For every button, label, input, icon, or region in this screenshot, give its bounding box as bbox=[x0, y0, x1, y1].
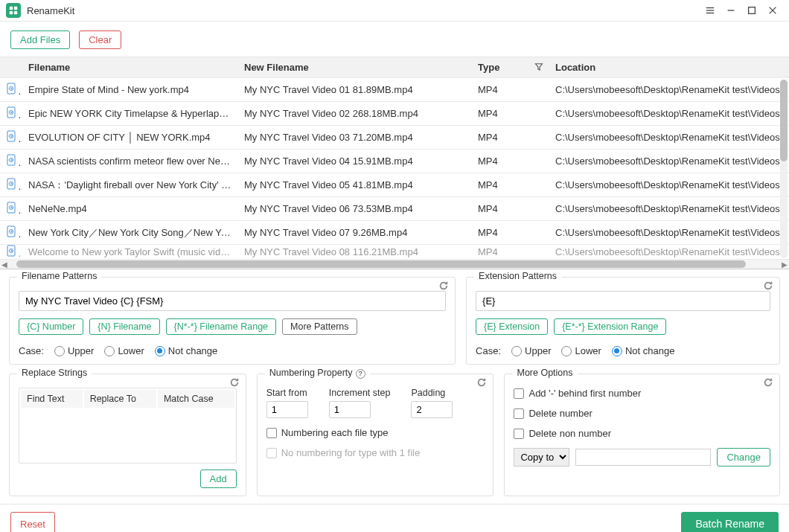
pad-label: Padding bbox=[411, 388, 453, 398]
table-row[interactable]: Welcome to New york Taylor Swift (music … bbox=[0, 245, 789, 260]
table-row[interactable]: New York City／New York City Song／New Yor… bbox=[0, 221, 789, 245]
cell-filename: NASA：'Daylight fireball over New York Ci… bbox=[22, 173, 238, 197]
ext-radio-upper[interactable]: Upper bbox=[511, 345, 551, 356]
cell-location: C:\Users\mobeesoft\Desktop\RenameKit tes… bbox=[549, 102, 789, 126]
cell-filename: Epic NEW YORK City Timelapse & Hyperlaps… bbox=[22, 102, 238, 126]
svg-rect-3 bbox=[14, 11, 17, 14]
case-label: Case: bbox=[476, 345, 501, 356]
panel-replace-strings: Replace Strings Find Text Replace To Mat… bbox=[9, 374, 246, 496]
cell-newfilename: My NYC Travel Video 06 73.53MB.mp4 bbox=[238, 197, 472, 221]
chip-n-filename[interactable]: {N} Filename bbox=[89, 318, 159, 335]
cell-location: C:\Users\mobeesoft\Desktop\RenameKit tes… bbox=[549, 126, 789, 150]
copy-to-path[interactable] bbox=[575, 449, 711, 466]
main-toolbar: Add Files Clear bbox=[0, 22, 789, 57]
check-delete-non-number[interactable] bbox=[514, 429, 524, 439]
titlebar: RenameKit bbox=[0, 0, 789, 22]
file-icon bbox=[0, 102, 22, 126]
chip-extension-range[interactable]: {E*-*} Extension Range bbox=[554, 318, 666, 335]
start-label: Start from bbox=[266, 388, 308, 398]
cell-filename: NeNeNe.mp4 bbox=[22, 197, 238, 221]
file-table: Filename New Filename Type Location Empi… bbox=[0, 57, 789, 260]
check-no-num-single bbox=[266, 448, 277, 458]
table-row[interactable]: NASA scientists confirm meteor flew over… bbox=[0, 150, 789, 173]
panel-filename-patterns: Filename Patterns {C} Number {N} Filenam… bbox=[9, 277, 456, 365]
radio-lower[interactable]: Lower bbox=[104, 345, 144, 356]
panel-title: Extension Patterns bbox=[474, 271, 561, 281]
table-row[interactable]: NeNeNe.mp4My NYC Travel Video 06 73.53MB… bbox=[0, 197, 789, 221]
clear-button[interactable]: Clear bbox=[79, 31, 121, 49]
close-button[interactable] bbox=[762, 0, 783, 21]
cell-newfilename: My NYC Travel Video 04 15.91MB.mp4 bbox=[238, 150, 472, 173]
case-label: Case: bbox=[19, 345, 44, 356]
svg-rect-1 bbox=[14, 7, 17, 10]
cell-newfilename: My NYC Travel Video 02 268.18MB.mp4 bbox=[238, 102, 472, 126]
step-label: Increment step bbox=[329, 388, 391, 398]
col-location[interactable]: Location bbox=[549, 57, 789, 78]
menu-icon[interactable] bbox=[700, 0, 721, 21]
table-row[interactable]: EVOLUTION OF CITY │ NEW YORK.mp4My NYC T… bbox=[0, 126, 789, 150]
panel-title: More Options bbox=[512, 368, 577, 378]
pad-input[interactable] bbox=[411, 401, 453, 418]
col-icon bbox=[0, 57, 22, 78]
table-row[interactable]: NASA：'Daylight fireball over New York Ci… bbox=[0, 173, 789, 197]
chip-c-number[interactable]: {C} Number bbox=[19, 318, 83, 335]
change-button[interactable]: Change bbox=[717, 448, 770, 467]
refresh-icon[interactable] bbox=[763, 377, 773, 390]
refresh-icon[interactable] bbox=[476, 377, 487, 390]
col-type[interactable]: Type bbox=[472, 57, 549, 78]
add-files-button[interactable]: Add Files bbox=[10, 31, 70, 49]
radio-upper[interactable]: Upper bbox=[54, 345, 94, 356]
add-replace-button[interactable]: Add bbox=[200, 469, 237, 488]
check-delete-number[interactable] bbox=[514, 408, 524, 419]
more-patterns-button[interactable]: More Patterns bbox=[282, 318, 357, 335]
check-add-dash[interactable] bbox=[514, 388, 524, 399]
scrollbar-vertical[interactable] bbox=[780, 80, 788, 258]
panel-extension-patterns: Extension Patterns {E} Extension {E*-*} … bbox=[466, 277, 780, 365]
table-row[interactable]: Empire State of Mind - New york.mp4My NY… bbox=[0, 78, 789, 102]
file-icon bbox=[0, 173, 22, 197]
table-row[interactable]: Epic NEW YORK City Timelapse & Hyperlaps… bbox=[0, 102, 789, 126]
file-icon bbox=[0, 78, 22, 102]
panel-title: Numbering Property? bbox=[265, 368, 370, 379]
radio-notchange[interactable]: Not change bbox=[155, 345, 218, 356]
panel-title: Filename Patterns bbox=[17, 271, 101, 281]
cell-filename: EVOLUTION OF CITY │ NEW YORK.mp4 bbox=[22, 126, 238, 150]
start-input[interactable] bbox=[266, 401, 308, 418]
ext-radio-lower[interactable]: Lower bbox=[561, 345, 601, 356]
reset-button[interactable]: Reset bbox=[10, 512, 55, 532]
cell-location: C:\Users\mobeesoft\Desktop\RenameKit tes… bbox=[549, 197, 789, 221]
cell-location: C:\Users\mobeesoft\Desktop\RenameKit tes… bbox=[549, 78, 789, 102]
scrollbar-horizontal[interactable]: ◀▶ bbox=[0, 260, 789, 269]
panel-numbering: Numbering Property? Start from Increment… bbox=[257, 374, 494, 496]
refresh-icon[interactable] bbox=[229, 377, 240, 390]
extension-pattern-input[interactable] bbox=[476, 291, 770, 311]
refresh-icon[interactable] bbox=[763, 281, 773, 293]
batch-rename-button[interactable]: Batch Rename bbox=[681, 512, 779, 532]
chip-e-extension[interactable]: {E} Extension bbox=[476, 318, 548, 335]
col-replace: Replace To bbox=[84, 390, 156, 408]
copy-to-select[interactable]: Copy to bbox=[514, 448, 569, 467]
info-icon[interactable]: ? bbox=[356, 369, 365, 379]
filter-icon[interactable] bbox=[534, 62, 543, 73]
file-icon bbox=[0, 221, 22, 245]
ext-radio-notchange[interactable]: Not change bbox=[612, 345, 675, 356]
cell-type: MP4 bbox=[472, 126, 549, 150]
app-title: RenameKit bbox=[27, 5, 74, 16]
maximize-button[interactable] bbox=[741, 0, 762, 21]
step-input[interactable] bbox=[329, 401, 371, 418]
chip-filename-range[interactable]: {N*-*} Filename Range bbox=[166, 318, 276, 335]
file-icon bbox=[0, 126, 22, 150]
cell-location: C:\Users\mobeesoft\Desktop\RenameKit tes… bbox=[549, 221, 789, 245]
check-each-type[interactable] bbox=[266, 428, 277, 438]
cell-type: MP4 bbox=[472, 197, 549, 221]
col-newfilename[interactable]: New Filename bbox=[238, 57, 472, 78]
filename-pattern-input[interactable] bbox=[19, 291, 446, 311]
col-find: Find Text bbox=[21, 390, 83, 408]
minimize-button[interactable] bbox=[721, 0, 741, 21]
col-filename[interactable]: Filename bbox=[22, 57, 238, 78]
file-table-wrap: Filename New Filename Type Location Empi… bbox=[0, 57, 789, 269]
cell-type: MP4 bbox=[472, 150, 549, 173]
refresh-icon[interactable] bbox=[438, 281, 449, 293]
cell-type: MP4 bbox=[472, 221, 549, 245]
cell-newfilename: My NYC Travel Video 07 9.26MB.mp4 bbox=[238, 221, 472, 245]
